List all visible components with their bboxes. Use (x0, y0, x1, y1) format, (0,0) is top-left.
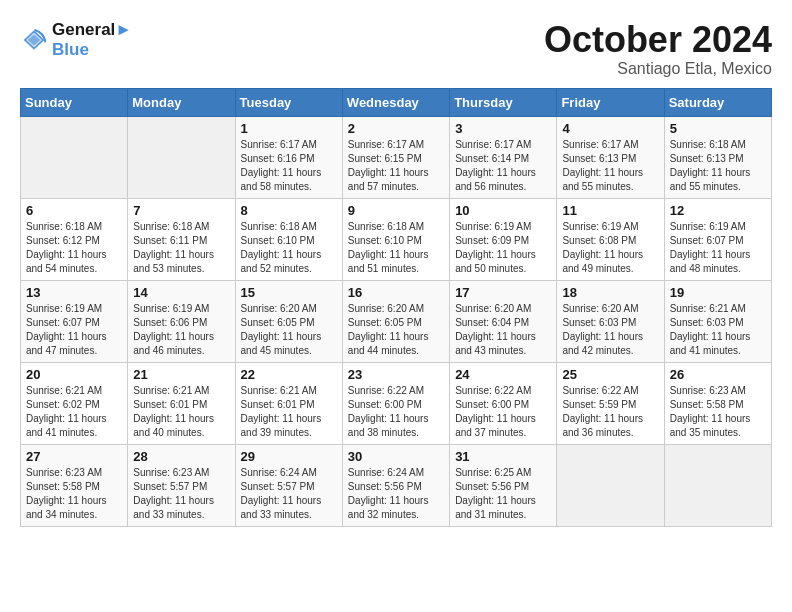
day-info: Sunrise: 6:20 AM Sunset: 6:05 PM Dayligh… (348, 302, 444, 358)
day-info: Sunrise: 6:19 AM Sunset: 6:06 PM Dayligh… (133, 302, 229, 358)
day-number: 5 (670, 121, 766, 136)
day-number: 24 (455, 367, 551, 382)
day-number: 29 (241, 449, 337, 464)
day-number: 8 (241, 203, 337, 218)
calendar-day-cell: 26Sunrise: 6:23 AM Sunset: 5:58 PM Dayli… (664, 362, 771, 444)
weekday-header-row: SundayMondayTuesdayWednesdayThursdayFrid… (21, 88, 772, 116)
day-number: 12 (670, 203, 766, 218)
calendar-day-cell: 23Sunrise: 6:22 AM Sunset: 6:00 PM Dayli… (342, 362, 449, 444)
day-info: Sunrise: 6:21 AM Sunset: 6:01 PM Dayligh… (133, 384, 229, 440)
day-info: Sunrise: 6:23 AM Sunset: 5:57 PM Dayligh… (133, 466, 229, 522)
calendar-day-cell: 17Sunrise: 6:20 AM Sunset: 6:04 PM Dayli… (450, 280, 557, 362)
calendar-day-cell: 22Sunrise: 6:21 AM Sunset: 6:01 PM Dayli… (235, 362, 342, 444)
calendar-day-cell: 10Sunrise: 6:19 AM Sunset: 6:09 PM Dayli… (450, 198, 557, 280)
day-info: Sunrise: 6:21 AM Sunset: 6:02 PM Dayligh… (26, 384, 122, 440)
weekday-header: Tuesday (235, 88, 342, 116)
day-info: Sunrise: 6:23 AM Sunset: 5:58 PM Dayligh… (26, 466, 122, 522)
day-info: Sunrise: 6:21 AM Sunset: 6:03 PM Dayligh… (670, 302, 766, 358)
day-info: Sunrise: 6:24 AM Sunset: 5:57 PM Dayligh… (241, 466, 337, 522)
day-info: Sunrise: 6:19 AM Sunset: 6:09 PM Dayligh… (455, 220, 551, 276)
calendar-day-cell: 2Sunrise: 6:17 AM Sunset: 6:15 PM Daylig… (342, 116, 449, 198)
calendar-day-cell: 6Sunrise: 6:18 AM Sunset: 6:12 PM Daylig… (21, 198, 128, 280)
day-number: 18 (562, 285, 658, 300)
day-info: Sunrise: 6:18 AM Sunset: 6:10 PM Dayligh… (348, 220, 444, 276)
day-info: Sunrise: 6:22 AM Sunset: 6:00 PM Dayligh… (348, 384, 444, 440)
calendar-day-cell: 5Sunrise: 6:18 AM Sunset: 6:13 PM Daylig… (664, 116, 771, 198)
day-info: Sunrise: 6:21 AM Sunset: 6:01 PM Dayligh… (241, 384, 337, 440)
day-number: 4 (562, 121, 658, 136)
calendar-week-row: 6Sunrise: 6:18 AM Sunset: 6:12 PM Daylig… (21, 198, 772, 280)
weekday-header: Saturday (664, 88, 771, 116)
calendar-day-cell: 21Sunrise: 6:21 AM Sunset: 6:01 PM Dayli… (128, 362, 235, 444)
day-number: 21 (133, 367, 229, 382)
calendar-day-cell: 24Sunrise: 6:22 AM Sunset: 6:00 PM Dayli… (450, 362, 557, 444)
location: Santiago Etla, Mexico (544, 60, 772, 78)
calendar-day-cell: 20Sunrise: 6:21 AM Sunset: 6:02 PM Dayli… (21, 362, 128, 444)
logo: General► Blue (20, 20, 132, 60)
calendar-day-cell: 4Sunrise: 6:17 AM Sunset: 6:13 PM Daylig… (557, 116, 664, 198)
calendar-day-cell: 9Sunrise: 6:18 AM Sunset: 6:10 PM Daylig… (342, 198, 449, 280)
day-info: Sunrise: 6:17 AM Sunset: 6:15 PM Dayligh… (348, 138, 444, 194)
calendar-day-cell: 11Sunrise: 6:19 AM Sunset: 6:08 PM Dayli… (557, 198, 664, 280)
logo-text: General► Blue (52, 20, 132, 60)
calendar-week-row: 20Sunrise: 6:21 AM Sunset: 6:02 PM Dayli… (21, 362, 772, 444)
weekday-header: Thursday (450, 88, 557, 116)
day-info: Sunrise: 6:17 AM Sunset: 6:16 PM Dayligh… (241, 138, 337, 194)
calendar-day-cell: 3Sunrise: 6:17 AM Sunset: 6:14 PM Daylig… (450, 116, 557, 198)
day-info: Sunrise: 6:22 AM Sunset: 5:59 PM Dayligh… (562, 384, 658, 440)
calendar-day-cell (128, 116, 235, 198)
calendar-day-cell: 13Sunrise: 6:19 AM Sunset: 6:07 PM Dayli… (21, 280, 128, 362)
day-number: 28 (133, 449, 229, 464)
calendar-week-row: 27Sunrise: 6:23 AM Sunset: 5:58 PM Dayli… (21, 444, 772, 526)
day-number: 31 (455, 449, 551, 464)
day-info: Sunrise: 6:23 AM Sunset: 5:58 PM Dayligh… (670, 384, 766, 440)
day-number: 16 (348, 285, 444, 300)
title-area: October 2024 Santiago Etla, Mexico (544, 20, 772, 78)
calendar-day-cell (664, 444, 771, 526)
day-number: 23 (348, 367, 444, 382)
day-info: Sunrise: 6:17 AM Sunset: 6:14 PM Dayligh… (455, 138, 551, 194)
day-info: Sunrise: 6:20 AM Sunset: 6:05 PM Dayligh… (241, 302, 337, 358)
calendar-day-cell: 29Sunrise: 6:24 AM Sunset: 5:57 PM Dayli… (235, 444, 342, 526)
day-info: Sunrise: 6:22 AM Sunset: 6:00 PM Dayligh… (455, 384, 551, 440)
calendar-day-cell: 25Sunrise: 6:22 AM Sunset: 5:59 PM Dayli… (557, 362, 664, 444)
day-number: 27 (26, 449, 122, 464)
day-info: Sunrise: 6:19 AM Sunset: 6:07 PM Dayligh… (670, 220, 766, 276)
page-header: General► Blue October 2024 Santiago Etla… (20, 20, 772, 78)
weekday-header: Monday (128, 88, 235, 116)
calendar-week-row: 1Sunrise: 6:17 AM Sunset: 6:16 PM Daylig… (21, 116, 772, 198)
calendar-day-cell: 14Sunrise: 6:19 AM Sunset: 6:06 PM Dayli… (128, 280, 235, 362)
day-number: 13 (26, 285, 122, 300)
day-info: Sunrise: 6:17 AM Sunset: 6:13 PM Dayligh… (562, 138, 658, 194)
calendar-day-cell: 28Sunrise: 6:23 AM Sunset: 5:57 PM Dayli… (128, 444, 235, 526)
weekday-header: Friday (557, 88, 664, 116)
day-number: 15 (241, 285, 337, 300)
calendar-day-cell: 12Sunrise: 6:19 AM Sunset: 6:07 PM Dayli… (664, 198, 771, 280)
day-info: Sunrise: 6:20 AM Sunset: 6:03 PM Dayligh… (562, 302, 658, 358)
day-info: Sunrise: 6:20 AM Sunset: 6:04 PM Dayligh… (455, 302, 551, 358)
day-number: 7 (133, 203, 229, 218)
day-number: 26 (670, 367, 766, 382)
calendar-day-cell: 16Sunrise: 6:20 AM Sunset: 6:05 PM Dayli… (342, 280, 449, 362)
weekday-header: Wednesday (342, 88, 449, 116)
day-number: 11 (562, 203, 658, 218)
day-info: Sunrise: 6:18 AM Sunset: 6:12 PM Dayligh… (26, 220, 122, 276)
day-number: 17 (455, 285, 551, 300)
day-info: Sunrise: 6:18 AM Sunset: 6:10 PM Dayligh… (241, 220, 337, 276)
calendar-day-cell: 8Sunrise: 6:18 AM Sunset: 6:10 PM Daylig… (235, 198, 342, 280)
day-info: Sunrise: 6:25 AM Sunset: 5:56 PM Dayligh… (455, 466, 551, 522)
calendar-day-cell: 30Sunrise: 6:24 AM Sunset: 5:56 PM Dayli… (342, 444, 449, 526)
day-number: 1 (241, 121, 337, 136)
month-title: October 2024 (544, 20, 772, 60)
calendar-day-cell: 1Sunrise: 6:17 AM Sunset: 6:16 PM Daylig… (235, 116, 342, 198)
calendar-day-cell: 19Sunrise: 6:21 AM Sunset: 6:03 PM Dayli… (664, 280, 771, 362)
day-info: Sunrise: 6:18 AM Sunset: 6:11 PM Dayligh… (133, 220, 229, 276)
day-number: 25 (562, 367, 658, 382)
day-number: 2 (348, 121, 444, 136)
day-number: 3 (455, 121, 551, 136)
weekday-header: Sunday (21, 88, 128, 116)
day-number: 14 (133, 285, 229, 300)
day-number: 6 (26, 203, 122, 218)
calendar-day-cell (557, 444, 664, 526)
day-number: 22 (241, 367, 337, 382)
